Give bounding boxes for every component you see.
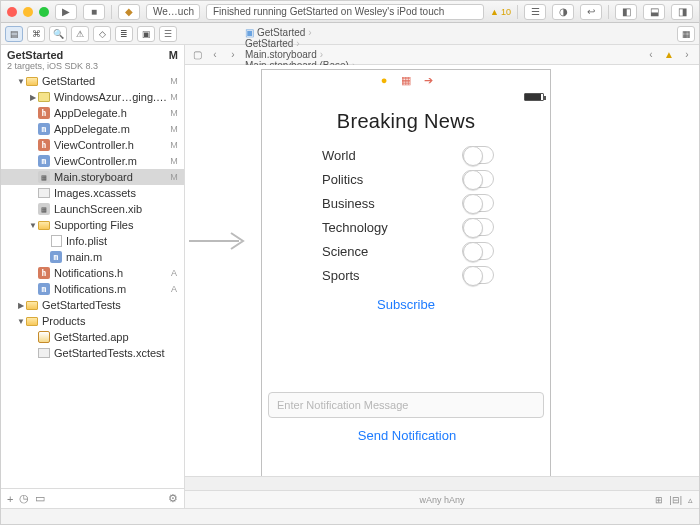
file-tree-item[interactable]: ▦LaunchScreen.xib — [1, 201, 184, 217]
separator — [111, 5, 112, 19]
vc-icon[interactable]: ● — [378, 74, 390, 86]
next-button[interactable]: › — [679, 48, 695, 62]
first-responder-icon[interactable]: ▦ — [400, 74, 412, 86]
standard-editor-button[interactable]: ☰ — [524, 4, 546, 20]
project-header[interactable]: GetStarted M 2 targets, iOS SDK 8.3 — [1, 45, 184, 73]
project-navigator-tab[interactable]: ▤ — [5, 26, 23, 42]
file-tree-item[interactable]: hViewController.hM — [1, 137, 184, 153]
file-tree[interactable]: ▼GetStartedM▶WindowsAzur…ging.frameworkM… — [1, 73, 184, 488]
filter-icon[interactable]: ⚙ — [168, 492, 178, 505]
file-tree-item[interactable]: Info.plist — [1, 233, 184, 249]
jump-bar-segment[interactable]: GetStarted › — [243, 38, 357, 49]
file-tree-item[interactable]: GetStarted.app — [1, 329, 184, 345]
file-tree-item[interactable]: mViewController.mM — [1, 153, 184, 169]
issue-count[interactable]: ▲ 10 — [490, 7, 511, 17]
toggle-utilities-button[interactable]: ◨ — [671, 4, 693, 20]
test-navigator-tab[interactable]: ◇ — [93, 26, 111, 42]
file-label: AppDelegate.m — [54, 123, 168, 135]
toggle-navigator-button[interactable]: ◧ — [615, 4, 637, 20]
view-controller-scene[interactable]: ● ▦ ➔ Breaking News WorldPoliticsBusines… — [261, 69, 551, 476]
constraints-resolve-icon[interactable]: ▵ — [688, 495, 693, 505]
file-label: Supporting Files — [54, 219, 168, 231]
scm-badge: A — [168, 268, 180, 278]
debug-navigator-tab[interactable]: ≣ — [115, 26, 133, 42]
minimize-window-button[interactable] — [23, 7, 33, 17]
file-tree-item[interactable]: ▶GetStartedTests — [1, 297, 184, 313]
notification-message-input[interactable]: Enter Notification Message — [268, 392, 544, 418]
forward-button[interactable]: › — [225, 48, 241, 62]
category-row: Business — [262, 191, 550, 215]
category-switch[interactable] — [462, 170, 494, 188]
file-tree-item[interactable]: Images.xcassets — [1, 185, 184, 201]
category-label: Politics — [322, 172, 363, 187]
document-outline-toggle[interactable]: ▦ — [677, 26, 695, 42]
interface-builder-canvas[interactable]: ● ▦ ➔ Breaking News WorldPoliticsBusines… — [185, 65, 699, 476]
category-switch[interactable] — [462, 146, 494, 164]
file-tree-item[interactable]: hNotifications.hA — [1, 265, 184, 281]
category-switch[interactable] — [462, 266, 494, 284]
size-class-bar[interactable]: wAny hAny ⊞ |⊟| ▵ — [185, 490, 699, 508]
file-tree-item[interactable]: ▦Main.storyboardM — [1, 169, 184, 185]
separator — [517, 5, 518, 19]
assistant-editor-button[interactable]: ◑ — [552, 4, 574, 20]
crumb-label: GetStarted — [257, 27, 305, 38]
issue-navigator-tab[interactable]: ⚠ — [71, 26, 89, 42]
stop-button[interactable]: ■ — [83, 4, 105, 20]
file-tree-item[interactable]: mAppDelegate.mM — [1, 121, 184, 137]
file-label: main.m — [66, 251, 168, 263]
file-tree-item[interactable]: ▼Supporting Files — [1, 217, 184, 233]
jump-bar[interactable]: ▢ ‹ › ▣ GetStarted › GetStarted › Main.s… — [185, 45, 699, 65]
category-switch[interactable] — [462, 218, 494, 236]
file-tree-item[interactable]: ▶WindowsAzur…ging.frameworkM — [1, 89, 184, 105]
file-icon — [37, 219, 51, 231]
back-button[interactable]: ‹ — [207, 48, 223, 62]
jump-bar-segment[interactable]: Main.storyboard › — [243, 49, 357, 60]
exit-icon[interactable]: ➔ — [422, 74, 434, 86]
scm-badge: M — [168, 108, 180, 118]
breakpoint-navigator-tab[interactable]: ▣ — [137, 26, 155, 42]
status-bar — [262, 90, 550, 104]
add-button[interactable]: + — [7, 493, 13, 505]
toggle-debug-button[interactable]: ⬓ — [643, 4, 665, 20]
constraints-pin-icon[interactable]: |⊟| — [669, 495, 682, 505]
disclosure-triangle-icon[interactable]: ▶ — [29, 93, 37, 102]
file-icon — [37, 347, 51, 359]
scheme-destination[interactable]: We…uch — [146, 4, 200, 20]
placeholder-text: Enter Notification Message — [277, 399, 408, 411]
filter-scm-icon[interactable]: ▭ — [35, 492, 45, 505]
scheme-app-icon[interactable]: ◆ — [118, 4, 140, 20]
zoom-window-button[interactable] — [39, 7, 49, 17]
file-tree-item[interactable]: mNotifications.mA — [1, 281, 184, 297]
file-tree-item[interactable]: hAppDelegate.hM — [1, 105, 184, 121]
related-items-button[interactable]: ▢ — [189, 48, 205, 62]
category-row: World — [262, 143, 550, 167]
report-navigator-tab[interactable]: ☰ — [159, 26, 177, 42]
file-label: Notifications.h — [54, 267, 168, 279]
disclosure-triangle-icon[interactable]: ▼ — [29, 221, 37, 230]
file-tree-item[interactable]: mmain.m — [1, 249, 184, 265]
file-tree-item[interactable]: ▼Products — [1, 313, 184, 329]
constraints-align-icon[interactable]: ⊞ — [655, 495, 663, 505]
version-editor-button[interactable]: ↩ — [580, 4, 602, 20]
next-issue-button[interactable]: ▲ — [661, 48, 677, 62]
jump-bar-segment[interactable]: ▣ GetStarted › — [243, 27, 357, 38]
disclosure-triangle-icon[interactable]: ▼ — [17, 77, 25, 86]
close-window-button[interactable] — [7, 7, 17, 17]
disclosure-triangle-icon[interactable]: ▶ — [17, 301, 25, 310]
category-switch[interactable] — [462, 242, 494, 260]
file-tree-item[interactable]: ▼GetStartedM — [1, 73, 184, 89]
run-button[interactable]: ▶ — [55, 4, 77, 20]
disclosure-triangle-icon[interactable]: ▼ — [17, 317, 25, 326]
prev-issue-button[interactable]: ‹ — [643, 48, 659, 62]
filter-recent-icon[interactable]: ◷ — [19, 492, 29, 505]
category-label: Technology — [322, 220, 388, 235]
category-switch[interactable] — [462, 194, 494, 212]
file-tree-item[interactable]: GetStartedTests.xctest — [1, 345, 184, 361]
file-icon: m — [37, 155, 51, 167]
file-label: GetStartedTests — [42, 299, 168, 311]
symbol-navigator-tab[interactable]: ⌘ — [27, 26, 45, 42]
horizontal-scrollbar[interactable] — [185, 476, 699, 490]
find-navigator-tab[interactable]: 🔍 — [49, 26, 67, 42]
send-notification-button[interactable]: Send Notification — [262, 428, 552, 443]
subscribe-button[interactable]: Subscribe — [262, 297, 550, 312]
